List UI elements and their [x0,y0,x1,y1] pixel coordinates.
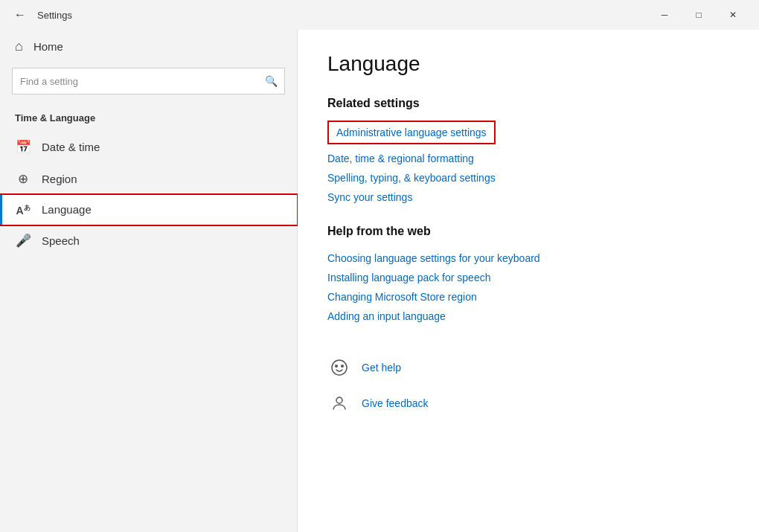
window-controls: ─ □ ✕ [647,3,750,27]
sidebar-item-language-label: Language [42,203,92,216]
region-icon: ⊕ [15,171,31,187]
back-button[interactable]: ← [9,4,31,26]
svg-point-2 [341,365,344,368]
related-settings-title: Related settings [327,97,729,110]
bottom-links: Get help Give feedback [327,356,729,415]
get-help-icon [327,356,351,379]
admin-lang-link[interactable]: Administrative language settings [327,121,496,144]
sidebar-item-language[interactable]: Aあ Language [0,195,297,225]
sidebar-section-title: Time & Language [0,106,297,131]
search-input[interactable] [12,68,285,94]
page-title: Language [327,52,729,76]
search-container: 🔍 [12,68,285,94]
get-help-label: Get help [362,362,401,374]
give-feedback-icon [327,391,351,415]
date-regional-link[interactable]: Date, time & regional formatting [327,149,729,168]
main-area: ⌂ Home 🔍 Time & Language 📅 Date & time ⊕… [0,30,759,532]
give-feedback-label: Give feedback [362,397,429,409]
sidebar-item-home[interactable]: ⌂ Home [0,30,297,63]
sidebar-item-date-time[interactable]: 📅 Date & time [0,131,297,163]
svg-point-1 [335,365,338,368]
help-title: Help from the web [327,225,729,238]
maximize-button[interactable]: □ [682,3,716,27]
home-label: Home [33,40,63,53]
content-area: Language Related settings Administrative… [298,30,759,532]
sidebar-item-date-time-label: Date & time [42,141,100,153]
search-icon: 🔍 [265,75,278,87]
language-icon: Aあ [15,203,31,217]
titlebar-title: Settings [37,10,72,21]
sidebar-item-speech[interactable]: 🎤 Speech [0,225,297,257]
sidebar-item-region-label: Region [42,173,77,185]
add-input-link[interactable]: Adding an input language [327,307,729,326]
get-help-item[interactable]: Get help [327,356,729,379]
svg-point-0 [332,360,347,375]
home-icon: ⌂ [15,39,23,54]
choosing-lang-link[interactable]: Choosing language settings for your keyb… [327,249,729,268]
give-feedback-item[interactable]: Give feedback [327,391,729,415]
svg-point-3 [336,397,342,403]
sidebar-item-region[interactable]: ⊕ Region [0,163,297,195]
spelling-link[interactable]: Spelling, typing, & keyboard settings [327,168,729,188]
date-time-icon: 📅 [15,139,31,155]
ms-store-region-link[interactable]: Changing Microsoft Store region [327,287,729,307]
sync-settings-link[interactable]: Sync your settings [327,188,729,207]
sidebar-item-speech-label: Speech [42,234,80,247]
help-section: Help from the web Choosing language sett… [327,225,729,326]
close-button[interactable]: ✕ [716,3,750,27]
speech-icon: 🎤 [15,233,31,249]
installing-pack-link[interactable]: Installing language pack for speech [327,268,729,287]
minimize-button[interactable]: ─ [647,3,682,27]
sidebar: ⌂ Home 🔍 Time & Language 📅 Date & time ⊕… [0,30,298,532]
titlebar: ← Settings ─ □ ✕ [0,0,759,30]
